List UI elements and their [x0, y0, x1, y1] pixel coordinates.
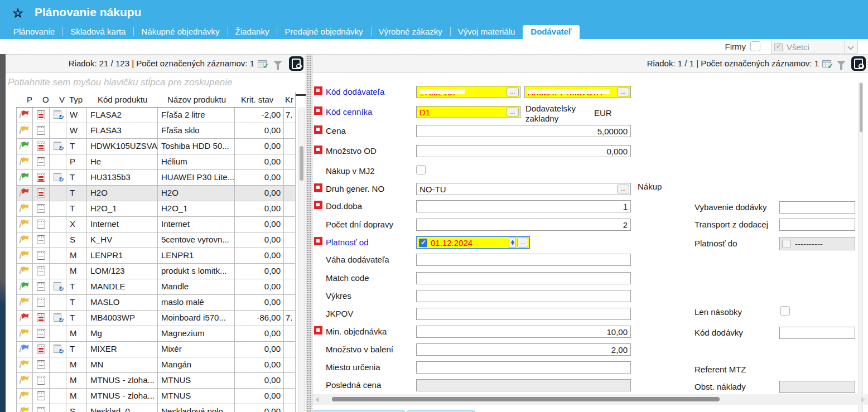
match-code-field[interactable]	[416, 272, 631, 284]
quantity-from-field[interactable]: 0,000	[416, 145, 631, 157]
tab-ziadanky[interactable]: Žiadanky	[228, 25, 277, 39]
col-p[interactable]: P	[27, 95, 32, 104]
table-row[interactable]: T HU3135b3 HUAWEI P30 Lite... 0,00	[6, 170, 296, 186]
left-row-status: Riadok: 21 / 123 | Počet označených zázn…	[69, 59, 254, 68]
tab-vyrobne-zakazky[interactable]: Výrobné zákazky	[371, 25, 450, 39]
table-row[interactable]: M MTNUS - zloha... MTNUS 0,00	[6, 373, 296, 389]
col-krit[interactable]: Krit. stav	[241, 95, 273, 104]
table-row[interactable]: T MIXER Mixér 0,00	[6, 342, 296, 357]
scrollbar-thumb[interactable]	[860, 83, 862, 132]
table-row[interactable]: S Nesklad_0 Neskladová polo... 0,00	[6, 404, 296, 412]
table-row[interactable]: W FLASA2 Fľaša 2 litre -2,00 7.	[6, 108, 296, 123]
drawing-field[interactable]	[416, 290, 631, 302]
table-row[interactable]: X Internet Internet 0,00	[6, 217, 296, 232]
cell-code: LENPR1	[86, 248, 157, 264]
panel-splitter[interactable]	[306, 54, 312, 412]
jkpov-field[interactable]	[416, 308, 631, 320]
table-row[interactable]: T MANDLE Mandle 0,00	[6, 279, 296, 295]
price-field[interactable]: 5,00000	[416, 125, 631, 137]
favorite-star-icon[interactable]	[11, 7, 25, 20]
firmy-checkbox[interactable]	[750, 41, 760, 51]
table-row[interactable]: M MN Mangán 0,00	[6, 357, 296, 373]
table-row[interactable]: M LENPR1 LENPR1 0,00	[6, 248, 296, 264]
table-row[interactable]: W FLASA3 Fľaša sklo 0,00	[6, 123, 296, 139]
form-horizontal-scrollbar[interactable]	[312, 394, 868, 405]
package-qty-field[interactable]: 2,00	[416, 343, 631, 356]
table-header[interactable]: P O V Typ Kód produktu Názov produktu Kr…	[6, 92, 296, 108]
delivery-handling-field[interactable]	[779, 201, 855, 214]
valid-to-checkbox[interactable]	[782, 240, 790, 248]
cell-extra	[283, 217, 296, 232]
required-marker	[314, 86, 322, 95]
table-row[interactable]: S K_HV 5centove vyrovn... 0,00	[6, 232, 296, 248]
pricelist-browse-button[interactable]: ...	[507, 108, 519, 117]
scroll-right-arrow-icon[interactable]	[861, 397, 865, 403]
table-row[interactable]: T MB4003WP Moinboard i570... -86,00 7.	[6, 311, 296, 326]
stock-card-icon	[37, 126, 45, 135]
refresh-document-icon	[54, 282, 62, 291]
destination-field[interactable]	[416, 361, 631, 374]
transport-from-field[interactable]	[779, 219, 855, 231]
col-code[interactable]: Kód produktu	[98, 95, 147, 104]
table-row-selected[interactable]: T H2O H2O 0,00	[6, 186, 296, 201]
scroll-left-arrow-icon[interactable]	[315, 397, 319, 403]
table-row[interactable]: M Mg Magnezium 0,00	[6, 326, 296, 342]
scrollbar-thumb[interactable]	[300, 146, 303, 181]
search-grid-button[interactable]	[851, 56, 866, 71]
delivery-time-field[interactable]: 1	[416, 200, 631, 212]
valid-from-checkbox[interactable]	[419, 239, 427, 247]
valid-from-field[interactable]: 01.12.2024 ...	[416, 236, 530, 249]
tab-predajne-objednavky[interactable]: Predajné objednávky	[277, 25, 370, 39]
table-row[interactable]: M MTNUS - zloha... MTNUS 0,00	[6, 389, 296, 404]
supplier-weight-field[interactable]	[416, 254, 631, 266]
col-typ[interactable]: Typ	[69, 95, 83, 104]
grid-check-icon[interactable]	[258, 60, 267, 67]
dropdown-checkbox-icon	[774, 43, 783, 51]
tab-skladova-karta[interactable]: Skladová karta	[62, 25, 133, 39]
purchase-mj2-checkbox[interactable]	[416, 165, 426, 175]
form-vertical-scrollbar[interactable]	[859, 83, 863, 412]
supplier-code-browse-button[interactable]: ...	[507, 88, 519, 96]
tab-nakupne-objednavky[interactable]: Nákupné objednávky	[133, 25, 227, 39]
table-row[interactable]: T MASLO maslo malé 0,00	[6, 295, 296, 311]
tab-dodavatel[interactable]: Dodávateľ	[523, 25, 579, 39]
col-o[interactable]: O	[42, 95, 49, 104]
search-grid-button[interactable]	[289, 56, 303, 71]
supplier-code-field[interactable]: 17002107 ...	[416, 86, 520, 98]
table-row[interactable]: T H2O_1 H2O_1 0,00	[6, 201, 296, 217]
table-row[interactable]: P He Hélium 0,00	[6, 154, 296, 170]
cell-typ: P	[66, 154, 86, 170]
dropdown-button[interactable]	[844, 41, 857, 53]
valid-to-field[interactable]: ----------	[779, 237, 855, 250]
stock-card-icon	[37, 220, 45, 229]
grid-check-icon[interactable]	[822, 60, 831, 67]
tab-planovanie[interactable]: Plánovanie	[6, 25, 62, 39]
funnel-icon[interactable]	[837, 61, 846, 66]
col-v[interactable]: V	[59, 95, 65, 104]
col-extra[interactable]: Kr	[285, 95, 293, 104]
delivery-code-field[interactable]	[779, 327, 855, 339]
valid-from-browse-button[interactable]: ...	[517, 237, 528, 248]
gen-order-type-browse-button[interactable]: ...	[617, 185, 629, 193]
left-vertical-scrollbar[interactable]	[298, 108, 305, 412]
cell-krit: 0,00	[234, 170, 283, 186]
flag-icon	[20, 407, 30, 412]
supplier-name-field[interactable]: AKIMAT PRIMTSTA ...	[524, 86, 631, 98]
min-order-field[interactable]: 10,00	[416, 326, 631, 338]
tab-vyvoj-materialu[interactable]: Vývoj materiálu	[450, 25, 523, 39]
scrollbar-thumb[interactable]	[332, 397, 720, 401]
company-filter-dropdown[interactable]: Všetci	[771, 41, 858, 54]
table-row[interactable]: M LOM/123 produkt s lomitk... 0,00	[6, 264, 296, 279]
transport-days-field[interactable]: 2	[416, 219, 631, 231]
gen-order-type-field[interactable]: NO-TU ...	[416, 183, 631, 195]
supplier-name-browse-button[interactable]: ...	[617, 88, 629, 96]
cell-name: 5centove vyrovn...	[157, 232, 234, 248]
stock-card-icon	[37, 298, 45, 307]
col-name[interactable]: Názov produktu	[167, 95, 226, 104]
pricelist-code-field[interactable]: D1 ...	[416, 106, 520, 118]
only-multiples-checkbox[interactable]	[780, 306, 790, 316]
table-row[interactable]: T HDWK105UZSVA Toshiba HDD 50... 0,00	[6, 139, 296, 154]
funnel-icon[interactable]	[273, 61, 282, 66]
date-spinner[interactable]	[509, 237, 516, 248]
pricelist-code-label: Kód cenníka	[326, 107, 372, 117]
